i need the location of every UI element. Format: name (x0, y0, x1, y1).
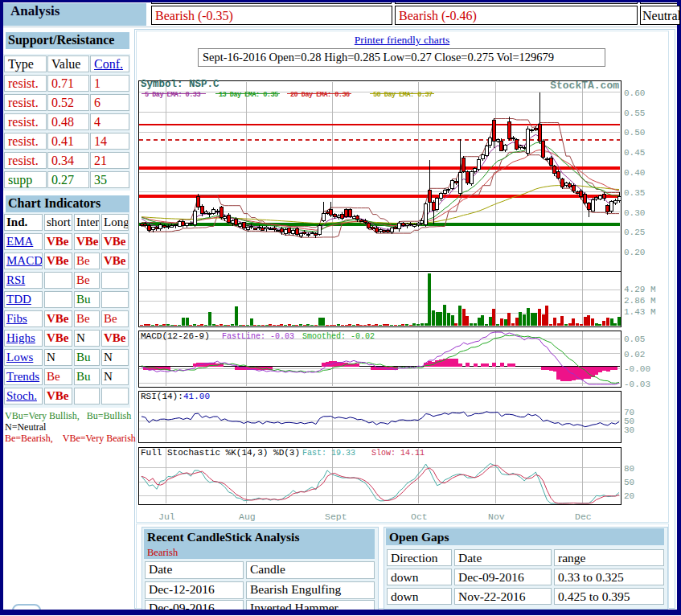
svg-text:Fast: 19.33: Fast: 19.33 (302, 449, 355, 458)
svg-text:1.43 M: 1.43 M (624, 307, 656, 317)
svg-text:13 Day EMA: 0.35: 13 Day EMA: 0.35 (219, 91, 278, 99)
svg-text:Nov: Nov (488, 511, 505, 522)
svg-text:0.35: 0.35 (624, 188, 645, 198)
svg-text:0.50: 0.50 (624, 128, 645, 138)
svg-text:0.45: 0.45 (624, 148, 645, 158)
svg-text:Smoothed: -0.02: Smoothed: -0.02 (302, 332, 375, 341)
svg-text:5 Day EMA: 0.33: 5 Day EMA: 0.33 (145, 91, 200, 99)
svg-text:80: 80 (624, 464, 634, 474)
svg-text:Oct: Oct (411, 511, 428, 522)
svg-text:0.30: 0.30 (624, 208, 645, 218)
svg-text:Slow: 14.11: Slow: 14.11 (371, 449, 425, 458)
svg-text:50 Day EMA: 0.37: 50 Day EMA: 0.37 (373, 91, 433, 99)
svg-text:2.86 M: 2.86 M (624, 296, 656, 306)
svg-text:RSI(14):: RSI(14): (141, 392, 183, 401)
svg-text:-0.03: -0.03 (624, 380, 650, 389)
svg-text:StockTA.com: StockTA.com (550, 80, 619, 92)
svg-text:0.60: 0.60 (624, 88, 645, 98)
svg-text:FastLine: -0.03: FastLine: -0.03 (222, 332, 294, 341)
svg-text:0.05: 0.05 (624, 335, 645, 344)
svg-text:0.55: 0.55 (624, 109, 645, 118)
svg-text:0.20: 0.20 (624, 248, 645, 257)
svg-text:Symbol: NSP.C: Symbol: NSP.C (141, 79, 219, 90)
svg-text:0.02: 0.02 (624, 350, 645, 359)
svg-text:0.40: 0.40 (624, 168, 645, 178)
svg-text:Jul: Jul (158, 511, 175, 522)
svg-text:4.29 M: 4.29 M (624, 285, 656, 294)
svg-text:Dec: Dec (575, 511, 592, 522)
svg-text:MACD(12-26-9): MACD(12-26-9) (141, 331, 210, 341)
svg-text:Sept: Sept (325, 511, 347, 522)
svg-text:20 Day EMA: 0.36: 20 Day EMA: 0.36 (290, 91, 350, 99)
svg-text:-0.00: -0.00 (624, 364, 650, 374)
svg-text:Aug: Aug (239, 511, 256, 522)
svg-text:20: 20 (624, 491, 634, 501)
svg-text:Full Stochastic %K(14,3) %D(3): Full Stochastic %K(14,3) %D(3) (141, 448, 300, 458)
svg-text:50: 50 (624, 478, 634, 487)
svg-text:41.00: 41.00 (183, 392, 210, 401)
svg-text:30: 30 (624, 425, 634, 435)
svg-text:0.25: 0.25 (624, 228, 645, 237)
